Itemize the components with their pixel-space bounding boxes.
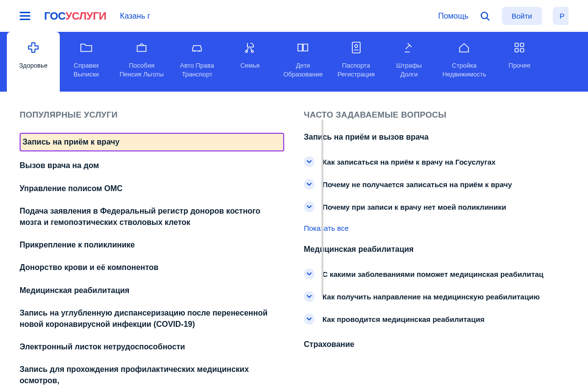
tab-label: ДетиОбразование (283, 61, 323, 78)
faq-column: ЧАСТО ЗАДАВАЕМЫЕ ВОПРОСЫ Запись на приём… (300, 110, 568, 392)
hamburger-menu-icon[interactable] (20, 12, 30, 21)
svg-point-3 (199, 50, 200, 52)
tab-health[interactable]: Здоровье (7, 32, 60, 92)
house-icon (457, 41, 471, 54)
grid-icon (513, 41, 526, 54)
svg-rect-12 (520, 49, 524, 52)
tab-auto[interactable]: Авто ПраваТранспорт (171, 32, 223, 92)
health-icon (26, 41, 40, 54)
login-button[interactable]: Войти (502, 7, 542, 25)
tab-label: СправкиВыписки (74, 61, 99, 78)
chevron-down-icon (304, 291, 315, 302)
header: ГОСУСЛУГИ Казань г Помощь Войти Р (0, 0, 588, 32)
register-button[interactable]: Р (553, 7, 568, 25)
tab-label: Авто ПраваТранспорт (180, 61, 214, 78)
help-link[interactable]: Помощь (438, 12, 468, 21)
scrollbar-indicator[interactable] (321, 120, 323, 296)
folder-icon (79, 41, 93, 54)
faq-group-title: Запись на приём и вызов врача (304, 133, 568, 142)
logo[interactable]: ГОСУСЛУГИ (44, 10, 106, 23)
faq-question: С какими заболеваниями поможет медицинск… (322, 269, 543, 279)
faq-item[interactable]: Как получить направление на медицинскую … (304, 286, 568, 309)
faq-item[interactable]: Почему не получается записаться на приём… (304, 174, 568, 196)
chevron-down-icon (304, 269, 315, 279)
faq-question: Почему не получается записаться на приём… (322, 179, 512, 190)
main-content: ПОПУЛЯРНЫЕ УСЛУГИ Запись на приём к врач… (0, 92, 588, 392)
show-all-link[interactable]: Показать все (304, 219, 568, 245)
book-icon (296, 41, 310, 54)
chevron-down-icon (304, 314, 315, 324)
svg-point-4 (245, 50, 247, 52)
faq-group-title: Страхование (304, 340, 568, 349)
tab-property[interactable]: СтройкаНедвижимость (436, 32, 493, 92)
service-link[interactable]: Управление полисом ОМС (20, 177, 284, 200)
svg-point-5 (251, 50, 253, 52)
svg-rect-9 (515, 43, 518, 47)
chevron-down-icon (304, 201, 315, 212)
tab-benefits[interactable]: ПособияПенсия Льготы (113, 32, 171, 92)
passport-icon (349, 41, 363, 54)
tab-label: ПособияПенсия Льготы (120, 61, 164, 78)
tab-education[interactable]: ДетиОбразование (276, 32, 330, 92)
svg-point-7 (355, 45, 358, 48)
faq-item[interactable]: Почему при записи к врачу нет моей полик… (304, 196, 568, 219)
svg-line-1 (487, 18, 490, 20)
car-icon (190, 41, 204, 54)
faq-item[interactable]: С какими заболеваниями поможет медицинск… (304, 264, 568, 286)
wallet-icon (135, 41, 148, 54)
chevron-down-icon (304, 179, 315, 190)
service-link[interactable]: Запись на приём к врачу (20, 133, 284, 151)
chevron-down-icon (304, 156, 315, 167)
tab-passport[interactable]: ПаспортаРегистрация (330, 32, 383, 92)
city-selector[interactable]: Казань г (120, 12, 150, 21)
svg-rect-10 (520, 43, 524, 47)
stroller-icon (243, 41, 257, 54)
section-title: ПОПУЛЯРНЫЕ УСЛУГИ (20, 110, 284, 120)
service-link[interactable]: Донорство крови и её компонентов (20, 256, 284, 279)
faq-item[interactable]: Как записаться на приём к врачу на Госус… (304, 151, 568, 174)
service-link[interactable]: Запись на углубленную диспансеризацию по… (20, 302, 284, 336)
tab-label: ШтрафыДолги (396, 61, 422, 78)
tab-family[interactable]: Семья (223, 32, 276, 92)
gavel-icon (402, 41, 416, 54)
svg-point-2 (194, 50, 196, 52)
category-tabs: Здоровье СправкиВыписки ПособияПенсия Ль… (0, 32, 588, 92)
faq-question: Почему при записи к врачу нет моей полик… (322, 201, 506, 212)
search-icon[interactable] (479, 10, 491, 22)
service-link[interactable]: Прикрепление к поликлинике (20, 234, 284, 256)
service-link[interactable]: Подача заявления в Федеральный регистр д… (20, 200, 284, 234)
faq-question: Как получить направление на медицинскую … (322, 291, 539, 302)
tab-label: Семья (240, 61, 259, 70)
tab-label: Здоровье (19, 61, 48, 70)
service-link[interactable]: Медицинская реабилитация (20, 279, 284, 302)
tab-fines[interactable]: ШтрафыДолги (383, 32, 436, 92)
service-link[interactable]: Электронный листок нетрудоспособности (20, 336, 284, 358)
header-right: Помощь Войти Р (438, 7, 568, 25)
tab-documents[interactable]: СправкиВыписки (60, 32, 113, 92)
tab-label: Прочее (509, 61, 531, 70)
svg-rect-11 (515, 49, 518, 52)
faq-question: Как записаться на приём к врачу на Госус… (322, 156, 495, 167)
tab-label: СтройкаНедвижимость (442, 61, 486, 78)
service-link[interactable]: Вызов врача на дом (20, 154, 284, 177)
faq-item[interactable]: Как проводится медицинская реабилитация (304, 309, 568, 331)
service-link[interactable]: Запись для прохождения профилактических … (20, 358, 284, 392)
popular-services-column: ПОПУЛЯРНЫЕ УСЛУГИ Запись на приём к врач… (20, 110, 284, 392)
tab-label: ПаспортаРегистрация (338, 61, 375, 78)
faq-group-title: Медицинская реабилитация (304, 245, 568, 254)
section-title: ЧАСТО ЗАДАВАЕМЫЕ ВОПРОСЫ (304, 110, 568, 120)
faq-question: Как проводится медицинская реабилитация (322, 314, 485, 324)
tab-other[interactable]: Прочее (493, 32, 546, 92)
